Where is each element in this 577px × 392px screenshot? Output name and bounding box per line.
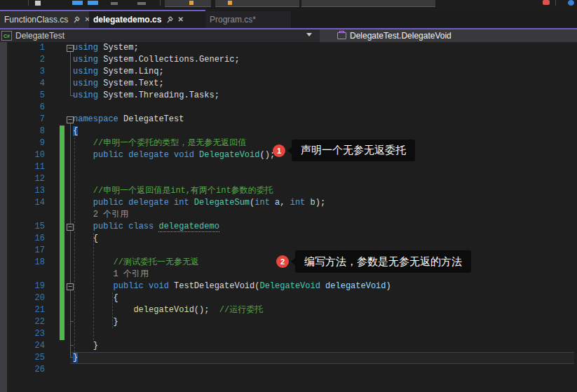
line-number[interactable]: 11 bbox=[0, 161, 45, 173]
code-line[interactable]: 2using System.Collections.Generic; bbox=[0, 54, 577, 66]
line-number[interactable]: 4 bbox=[0, 78, 45, 90]
tab-program[interactable]: Program.cs* bbox=[205, 11, 291, 28]
code-line[interactable]: 21 delegateVoid(); //运行委托 bbox=[0, 304, 577, 316]
feedback-icon[interactable] bbox=[568, 0, 574, 6]
member-dropdown[interactable]: DelegateTest.DelegateVoid bbox=[320, 29, 577, 42]
fold-collapse-icon[interactable] bbox=[67, 45, 74, 52]
code-line[interactable]: 23 bbox=[0, 328, 577, 340]
line-number[interactable]: 13 bbox=[0, 185, 45, 197]
tab-label: delegatedemo.cs bbox=[89, 15, 161, 25]
code-line[interactable]: 7namespace DelegateTest bbox=[0, 114, 577, 126]
configuration-dropdown[interactable] bbox=[165, 0, 211, 7]
code-line[interactable]: 8{ bbox=[0, 126, 577, 137]
line-number[interactable]: 9 bbox=[0, 137, 45, 149]
visual-studio-window: FunctionClass.cs ✕ delegatedemo.cs ✕ Pro… bbox=[0, 0, 577, 392]
code-text: public delegate int DelegateSum(int a, i… bbox=[73, 197, 325, 209]
code-text: { bbox=[73, 292, 118, 304]
save-icon[interactable] bbox=[35, 1, 41, 6]
code-line[interactable]: 25} bbox=[0, 352, 577, 364]
line-number[interactable]: 6 bbox=[0, 102, 45, 114]
line-number[interactable]: 21 bbox=[0, 304, 45, 316]
line-number[interactable]: 17 bbox=[0, 245, 45, 257]
code-text: using System.Linq; bbox=[73, 66, 164, 78]
tab-label: Program.cs* bbox=[205, 15, 256, 25]
code-text: public delegate void DelegateVoid(); bbox=[73, 149, 275, 161]
code-text: using System.Collections.Generic; bbox=[73, 54, 240, 66]
highlight-icon[interactable] bbox=[72, 1, 83, 5]
project-dropdown[interactable]: C# DelegateTest bbox=[0, 29, 320, 42]
pin-icon[interactable] bbox=[73, 16, 80, 23]
fold-collapse-icon[interactable] bbox=[67, 116, 74, 123]
line-number[interactable]: 18 bbox=[0, 257, 45, 269]
line-number[interactable]: 5 bbox=[0, 90, 45, 102]
text-color-icon[interactable] bbox=[88, 1, 98, 5]
live-share-icon[interactable] bbox=[543, 0, 550, 5]
code-line[interactable]: 19 public void TestDelegateVoid(Delegate… bbox=[0, 281, 577, 292]
toolbar-separator bbox=[555, 0, 556, 6]
code-text: //测试委托一无参无返 bbox=[73, 257, 199, 269]
code-line[interactable]: 20 { bbox=[0, 292, 577, 304]
code-text: { bbox=[73, 126, 78, 137]
code-line[interactable]: 26 bbox=[0, 364, 577, 376]
line-number[interactable]: 1 bbox=[0, 42, 45, 54]
annotation-number-badge: 2 bbox=[276, 255, 289, 268]
project-name: DelegateTest bbox=[15, 31, 65, 41]
tab-delegatedemo[interactable]: delegatedemo.cs ✕ bbox=[89, 11, 205, 28]
code-line[interactable]: 4using System.Text; bbox=[0, 78, 577, 90]
line-number[interactable]: 19 bbox=[0, 281, 45, 292]
line-number[interactable]: 12 bbox=[0, 173, 45, 185]
codelens-row[interactable]: 2 个引用 bbox=[0, 209, 577, 221]
code-line[interactable]: 3using System.Linq; bbox=[0, 66, 577, 78]
line-number[interactable]: 2 bbox=[0, 54, 45, 66]
csharp-project-icon: C# bbox=[1, 31, 12, 41]
code-text: } bbox=[73, 352, 78, 364]
code-text: public void TestDelegateVoid(DelegateVoi… bbox=[73, 281, 391, 292]
code-line[interactable]: 22 } bbox=[0, 316, 577, 328]
line-number[interactable]: 20 bbox=[0, 292, 45, 304]
fold-collapse-icon[interactable] bbox=[67, 283, 74, 290]
code-line[interactable]: 16 { bbox=[0, 233, 577, 245]
code-text: //申明一个返回值是int,有两个int参数的委托 bbox=[73, 185, 273, 197]
navigation-bar: C# DelegateTest DelegateTest.DelegateVoi… bbox=[0, 29, 577, 42]
code-line[interactable]: 24 } bbox=[0, 340, 577, 352]
codelens-text: 1 个引用 bbox=[73, 269, 149, 281]
line-number[interactable]: 16 bbox=[0, 233, 45, 245]
code-text: using System; bbox=[73, 42, 139, 54]
line-number[interactable]: 8 bbox=[0, 126, 45, 137]
line-number[interactable]: 10 bbox=[0, 149, 45, 161]
line-number[interactable]: 14 bbox=[0, 197, 45, 209]
line-number[interactable]: 26 bbox=[0, 364, 45, 376]
search-box[interactable] bbox=[301, 0, 435, 7]
annotation-1: 1 声明一个无参无返委托 bbox=[273, 140, 415, 161]
fold-collapse-icon[interactable] bbox=[67, 224, 74, 231]
line-number[interactable]: 23 bbox=[0, 328, 45, 340]
pin-icon[interactable] bbox=[166, 16, 173, 23]
line-number[interactable]: 24 bbox=[0, 340, 45, 352]
code-text: //申明一个委托的类型，是无参无返回值 bbox=[73, 137, 246, 149]
code-line[interactable]: 11 bbox=[0, 161, 577, 173]
code-line[interactable]: 6 bbox=[0, 102, 577, 114]
line-number[interactable]: 15 bbox=[0, 221, 45, 233]
close-icon[interactable]: ✕ bbox=[177, 16, 183, 23]
redo-icon[interactable] bbox=[137, 2, 146, 5]
code-line[interactable]: 12 bbox=[0, 173, 577, 185]
tab-functionclass[interactable]: FunctionClass.cs ✕ bbox=[0, 11, 89, 28]
code-line[interactable]: 13 //申明一个返回值是int,有两个int参数的委托 bbox=[0, 185, 577, 197]
line-number[interactable]: 3 bbox=[0, 66, 45, 78]
chevron-down-icon[interactable] bbox=[306, 33, 312, 36]
annotation-number-badge: 1 bbox=[273, 144, 285, 157]
code-line[interactable]: 1using System; bbox=[0, 42, 577, 54]
member-name: DelegateTest.DelegateVoid bbox=[350, 31, 452, 41]
toolbar-separator bbox=[28, 0, 29, 6]
line-number[interactable]: 22 bbox=[0, 316, 45, 328]
code-line[interactable]: 14 public delegate int DelegateSum(int a… bbox=[0, 197, 577, 209]
tab-label: FunctionClass.cs bbox=[0, 15, 68, 25]
code-text: } bbox=[73, 316, 118, 328]
undo-icon[interactable] bbox=[111, 2, 118, 5]
code-line[interactable]: 5using System.Threading.Tasks; bbox=[0, 90, 577, 102]
document-tab-bar: FunctionClass.cs ✕ delegatedemo.cs ✕ Pro… bbox=[0, 11, 577, 28]
line-number[interactable]: 7 bbox=[0, 114, 45, 126]
line-number[interactable]: 25 bbox=[0, 352, 45, 364]
code-editor[interactable]: 1using System;2using System.Collections.… bbox=[0, 42, 577, 392]
code-line[interactable]: 15 public class delegatedemo bbox=[0, 221, 577, 233]
